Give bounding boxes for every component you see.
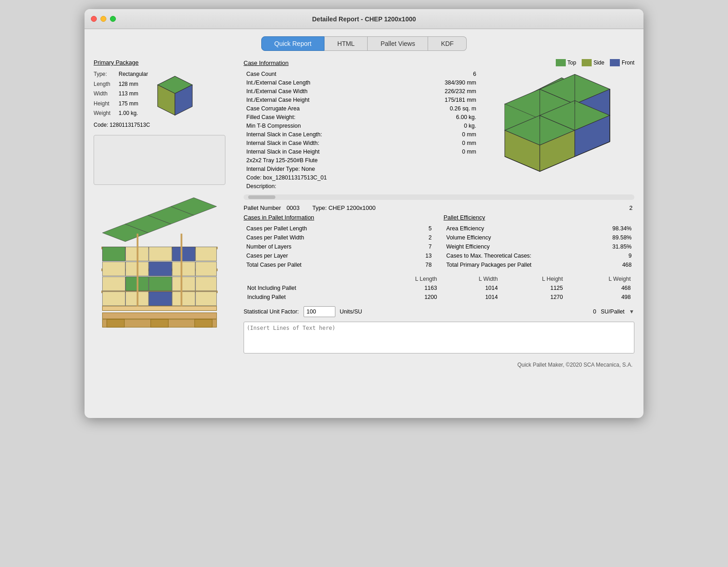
scrollbar-row bbox=[244, 194, 634, 200]
cases-in-pallet: Cases in Pallet Information Cases per Pa… bbox=[244, 214, 434, 270]
width-value: 113 mm bbox=[119, 89, 150, 99]
weight-value: 1.00 kg. bbox=[119, 109, 150, 119]
tab-html[interactable]: HTML bbox=[324, 36, 368, 51]
efficiency-table: Area Efficiency98.34% Volume Efficiency8… bbox=[444, 224, 634, 270]
weight-label: Weight bbox=[94, 109, 119, 119]
tab-pallet-views[interactable]: Pallet Views bbox=[368, 36, 428, 51]
case-info-table: Case Count6 Int./External Case Length384… bbox=[244, 69, 482, 191]
svg-rect-30 bbox=[172, 247, 195, 261]
type-label: Type: bbox=[94, 70, 119, 80]
side-label: Side bbox=[593, 60, 604, 66]
svg-rect-29 bbox=[149, 247, 172, 261]
stat-input[interactable] bbox=[304, 306, 335, 317]
package-code: Code: 128011317513C bbox=[94, 120, 150, 130]
units-su-label: Units/SU bbox=[340, 308, 362, 315]
length-label: Length bbox=[94, 80, 119, 90]
pallet-type-label: Type: CHEP 1200x1000 bbox=[312, 204, 375, 211]
top-swatch bbox=[556, 59, 566, 66]
two-col-info: Cases in Pallet Information Cases per Pa… bbox=[244, 214, 634, 270]
svg-rect-24 bbox=[149, 262, 172, 276]
svg-rect-27 bbox=[102, 247, 125, 261]
svg-rect-12 bbox=[102, 291, 125, 305]
svg-rect-3 bbox=[102, 313, 216, 319]
svg-rect-26 bbox=[195, 262, 216, 276]
side-swatch bbox=[582, 59, 592, 66]
pallet-3d-visual bbox=[94, 194, 225, 335]
height-value: 175 mm bbox=[119, 99, 150, 109]
package-image-placeholder bbox=[94, 135, 225, 185]
svg-rect-6 bbox=[107, 319, 125, 327]
tab-quick-report[interactable]: Quick Report bbox=[261, 36, 325, 51]
titlebar: Detailed Report - CHEP 1200x1000 bbox=[85, 9, 643, 29]
su-pallet-label: SU/Pallet bbox=[601, 308, 624, 315]
stat-label: Statistical Unit Factor: bbox=[244, 308, 299, 315]
front-swatch bbox=[610, 59, 620, 66]
case-count-label: Case Count bbox=[244, 70, 407, 78]
svg-rect-25 bbox=[172, 262, 195, 276]
cases-table: Cases per Pallet Length5 Cases per Palle… bbox=[244, 224, 434, 270]
height-label: Height bbox=[94, 99, 119, 109]
svg-rect-15 bbox=[172, 291, 195, 305]
main-window: Detailed Report - CHEP 1200x1000 Quick R… bbox=[85, 9, 643, 418]
traffic-lights bbox=[91, 16, 116, 22]
type-value: Rectangular bbox=[119, 70, 150, 80]
tabbar: Quick Report HTML Pallet Views KDF bbox=[94, 36, 634, 51]
tab-kdf[interactable]: KDF bbox=[428, 36, 467, 51]
cases-pallet-header: Cases in Pallet Information bbox=[244, 214, 434, 221]
package-info: Type: Rectangular Length 128 mm Width 11… bbox=[94, 70, 150, 130]
close-button[interactable] bbox=[91, 16, 97, 22]
pallet-number-2: 2 bbox=[629, 204, 633, 211]
svg-rect-7 bbox=[151, 319, 169, 327]
svg-rect-22 bbox=[102, 262, 125, 276]
svg-rect-16 bbox=[195, 291, 216, 305]
minimize-button[interactable] bbox=[100, 16, 106, 22]
package-3d-preview bbox=[155, 74, 195, 119]
svg-rect-8 bbox=[194, 319, 212, 327]
svg-rect-21 bbox=[195, 277, 216, 291]
width-label: Width bbox=[94, 89, 119, 99]
pallet-info-section: Pallet Number 0003 Type: CHEP 1200x1000 … bbox=[244, 204, 634, 355]
scrollbar-track[interactable] bbox=[244, 194, 634, 200]
primary-package-header: Primary Package bbox=[94, 59, 234, 66]
left-panel: Primary Package Type: Rectangular Length… bbox=[94, 59, 234, 355]
pallet-efficiency: Pallet Efficiency Area Efficiency98.34% … bbox=[444, 214, 634, 270]
case-info-title: Case Information bbox=[244, 60, 289, 66]
svg-rect-4 bbox=[102, 306, 216, 310]
svg-rect-17 bbox=[102, 277, 125, 291]
top-label: Top bbox=[568, 60, 576, 66]
front-label: Front bbox=[622, 60, 634, 66]
svg-rect-31 bbox=[195, 247, 216, 261]
dimensions-table: L Length L Width L Height L Weight Not I… bbox=[244, 274, 634, 302]
case-3d-preview bbox=[489, 69, 634, 187]
length-value: 128 mm bbox=[119, 80, 150, 90]
svg-rect-20 bbox=[172, 277, 195, 291]
footer: Quick Pallet Maker, ©2020 SCA Mecanica, … bbox=[94, 362, 634, 368]
units-su-value: 0 bbox=[593, 308, 596, 315]
footer-text: Quick Pallet Maker, ©2020 SCA Mecanica, … bbox=[517, 362, 633, 368]
window-title: Detailed Report - CHEP 1200x1000 bbox=[312, 15, 416, 23]
efficiency-header: Pallet Efficiency bbox=[444, 214, 634, 221]
maximize-button[interactable] bbox=[110, 16, 116, 22]
scrollbar-thumb[interactable] bbox=[248, 195, 275, 199]
pallet-number-label: Pallet Number bbox=[244, 204, 281, 211]
legend: Top Side Front bbox=[556, 59, 634, 66]
dropdown-arrow-icon[interactable]: ▼ bbox=[629, 308, 634, 315]
notes-textarea[interactable] bbox=[244, 322, 634, 353]
statistical-row: Statistical Unit Factor: Units/SU 0 SU/P… bbox=[244, 306, 634, 317]
svg-rect-19 bbox=[149, 277, 172, 291]
svg-rect-14 bbox=[149, 291, 172, 305]
right-panel: Case Information Top Side Front bbox=[244, 59, 634, 355]
pallet-number-value: 0003 bbox=[286, 204, 299, 211]
case-count-value: 6 bbox=[408, 70, 481, 78]
